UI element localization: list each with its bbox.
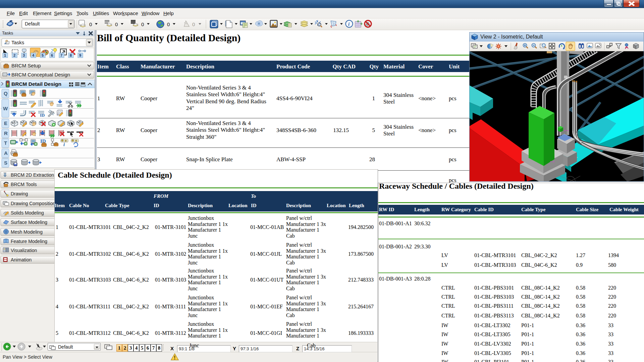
svg-text:A: A [4, 150, 8, 156]
svg-text:T: T [4, 140, 7, 146]
svg-text:Drawing Composition: Drawing Composition [11, 201, 55, 206]
svg-text:9: 9 [79, 53, 81, 57]
svg-text:BRCM Setup: BRCM Setup [11, 63, 41, 68]
svg-text:0: 0 [115, 21, 118, 27]
svg-text:Default: Default [25, 21, 40, 26]
svg-text:4: 4 [32, 53, 35, 57]
svg-text:BRCM Tools: BRCM Tools [11, 182, 37, 187]
svg-text:Tasks: Tasks [2, 31, 13, 36]
svg-text:Visualization: Visualization [11, 248, 37, 253]
svg-text:1: 1 [4, 53, 6, 57]
svg-text:BRCM Conceptual Design: BRCM Conceptual Design [11, 72, 70, 77]
svg-text:7: 7 [60, 53, 62, 57]
svg-text:0: 0 [167, 21, 170, 27]
svg-text:8: 8 [70, 53, 72, 57]
svg-text:BRCM Detail Design: BRCM Detail Design [11, 81, 61, 87]
svg-text:Tasks: Tasks [11, 40, 24, 45]
svg-text:Q: Q [4, 90, 8, 96]
svg-text:S: S [4, 160, 7, 166]
svg-text:0: 0 [141, 21, 144, 27]
svg-text:3: 3 [23, 53, 25, 57]
svg-text:E: E [4, 120, 7, 126]
svg-text:0: 0 [89, 21, 92, 27]
svg-text:Surface Modeling: Surface Modeling [11, 220, 47, 225]
svg-text:2: 2 [13, 53, 15, 57]
svg-text:Mesh Modeling: Mesh Modeling [11, 229, 43, 235]
svg-text:Animation: Animation [11, 257, 32, 262]
svg-text:Drawing: Drawing [11, 191, 28, 196]
svg-text:BRCM 2D Extraction: BRCM 2D Extraction [11, 172, 54, 178]
svg-text:Solids Modeling: Solids Modeling [11, 210, 44, 216]
svg-text:5: 5 [42, 53, 44, 57]
svg-text:W: W [3, 106, 8, 111]
svg-text:Feature Modeling: Feature Modeling [11, 239, 47, 244]
svg-text:R: R [4, 130, 8, 136]
svg-text:0: 0 [192, 21, 195, 27]
svg-text:6: 6 [51, 53, 53, 57]
svg-text:ID: ID [40, 113, 45, 118]
